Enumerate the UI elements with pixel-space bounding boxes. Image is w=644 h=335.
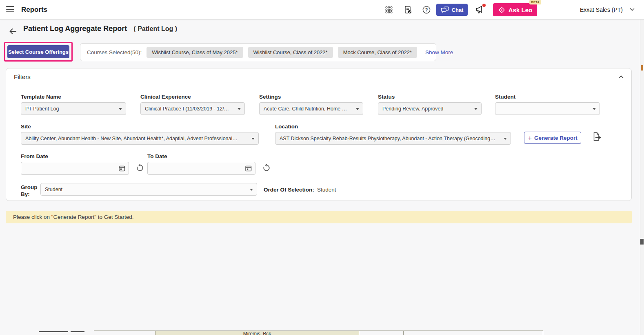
report-checklist-icon[interactable] <box>403 5 413 15</box>
from-date-input[interactable] <box>21 162 129 175</box>
to-date-label: To Date <box>147 153 167 159</box>
background-remnant-strip: Miremis. Bck <box>0 330 644 335</box>
course-chip: Wishlist Course, Class of 2022* <box>248 47 333 58</box>
remnant-table-cell: Miremis. Bck <box>155 331 359 335</box>
from-date-label: From Date <box>21 153 48 159</box>
student-select[interactable] <box>495 102 600 115</box>
group-by-label: Group By: <box>21 184 40 198</box>
menu-icon[interactable] <box>6 6 14 13</box>
location-value: AST Dickson Specialty Rehab-Results Phys… <box>280 136 495 141</box>
app-title: Reports <box>21 0 47 20</box>
status-value: Pending Review, Approved <box>382 106 443 112</box>
vertical-scrollbar[interactable] <box>640 20 644 335</box>
site-label: Site <box>21 123 31 130</box>
student-label: Student <box>495 94 515 100</box>
dropdown-caret-icon <box>238 108 241 110</box>
clinical-experience-label: Clinical Experience <box>140 94 191 100</box>
filters-card: Filters Template Name Clinical Experienc… <box>6 68 632 201</box>
template-name-select[interactable]: PT Patient Log <box>21 102 126 115</box>
top-bar: Reports ? <box>0 0 644 20</box>
dropdown-caret-icon <box>504 138 507 140</box>
site-select[interactable]: Ability Center, Abundant Health - New Si… <box>21 132 259 145</box>
help-icon[interactable]: ? <box>422 5 431 15</box>
ask-leo-button[interactable]: Ask Leo BETA <box>493 3 537 16</box>
location-select[interactable]: AST Dickson Specialty Rehab-Results Phys… <box>275 132 511 145</box>
export-report-icon[interactable] <box>591 131 602 142</box>
clinical-experience-select[interactable]: Clinical Practice I (11/03/2019 - 12/… <box>140 102 245 115</box>
svg-text:?: ? <box>425 7 428 12</box>
settings-value: Acute Care, Child Nutrition, Home … <box>264 106 347 112</box>
filters-title: Filters <box>14 68 31 85</box>
settings-select[interactable]: Acute Care, Child Nutrition, Home … <box>259 102 363 115</box>
group-by-value: Student <box>45 187 62 192</box>
app-root: Reports ? <box>0 0 644 335</box>
dropdown-caret-icon <box>474 108 477 110</box>
dropdown-caret-icon <box>119 108 122 110</box>
order-of-selection-value: Student <box>317 187 336 193</box>
calendar-icon[interactable] <box>245 165 252 172</box>
remnant-column-border <box>403 331 404 335</box>
generate-report-label: Generate Report <box>534 135 577 141</box>
reset-from-date-icon[interactable] <box>136 164 144 172</box>
leo-icon <box>498 6 506 14</box>
status-label: Status <box>378 94 395 100</box>
chat-button-label: Chat <box>452 7 464 13</box>
status-select[interactable]: Pending Review, Approved <box>378 102 482 115</box>
dropdown-caret-icon <box>250 189 253 191</box>
user-menu-label[interactable]: Exxat Sales (PT) <box>580 0 623 20</box>
template-name-value: PT Patient Log <box>25 106 59 112</box>
notification-dot <box>482 4 486 7</box>
order-of-selection-label: Order Of Selection: <box>264 187 314 193</box>
beta-badge: BETA <box>529 0 541 4</box>
chevron-up-icon[interactable] <box>617 73 626 82</box>
remnant-column-border <box>543 331 543 335</box>
page-subtitle: ( Patient Log ) <box>133 25 177 33</box>
reset-to-date-icon[interactable] <box>262 164 271 172</box>
chevron-down-icon[interactable] <box>629 7 635 11</box>
info-banner: Please click on "Generate Report" to Get… <box>6 211 632 223</box>
location-label: Location <box>275 123 298 130</box>
settings-label: Settings <box>259 94 281 100</box>
scrollbar-thumb[interactable] <box>640 239 644 245</box>
annotation-highlight-box: Select Course Offerings <box>4 42 73 62</box>
scrollbar-highlight-marker <box>641 65 643 71</box>
page-title: Patient Log Aggregate Report <box>23 24 127 33</box>
course-chip: Wishlist Course, Class of May 2025* <box>147 47 243 58</box>
remnant-text-fragment <box>71 331 84 332</box>
remnant-text-fragment <box>39 331 68 332</box>
show-more-link[interactable]: Show More <box>425 49 453 55</box>
chat-button[interactable]: Chat <box>436 4 468 16</box>
courses-selected-card: Courses Selected(50): Wishlist Course, C… <box>80 43 436 61</box>
page-header: Patient Log Aggregate Report ( Patient L… <box>0 24 644 39</box>
chat-bubbles-icon <box>441 7 449 13</box>
apps-grid-icon[interactable] <box>384 5 394 15</box>
plus-icon: + <box>528 134 532 141</box>
calendar-icon[interactable] <box>118 165 126 172</box>
filters-header: Filters <box>6 68 631 85</box>
dropdown-caret-icon <box>251 138 255 140</box>
to-date-input[interactable] <box>147 162 255 175</box>
group-by-select[interactable]: Student <box>40 183 257 196</box>
course-chip: Mock Course, Class of 2022* <box>338 47 417 58</box>
dropdown-caret-icon <box>356 108 359 110</box>
info-banner-message: Please click on "Generate Report" to Get… <box>13 214 133 220</box>
announcements-icon[interactable] <box>475 4 485 15</box>
generate-report-button[interactable]: + Generate Report <box>524 132 581 144</box>
dropdown-caret-icon <box>593 108 596 110</box>
courses-selected-label: Courses Selected(50): <box>87 49 142 55</box>
site-value: Ability Center, Abundant Health - New Si… <box>25 136 238 141</box>
ask-leo-label: Ask Leo <box>509 7 532 13</box>
back-arrow-icon[interactable] <box>8 26 19 37</box>
select-course-offerings-button[interactable]: Select Course Offerings <box>7 45 69 58</box>
clinical-experience-value: Clinical Practice I (11/03/2019 - 12/… <box>145 106 229 112</box>
template-name-label: Template Name <box>21 94 61 100</box>
